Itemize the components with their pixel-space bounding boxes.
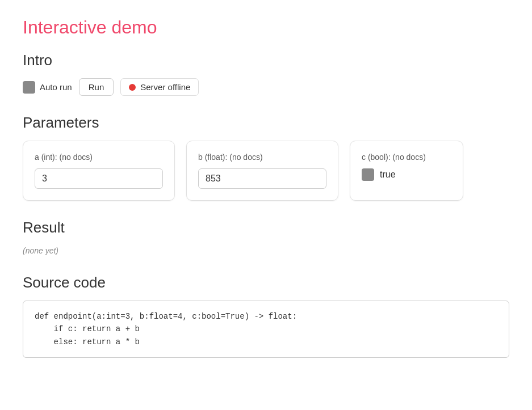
param-c-value: true bbox=[380, 170, 396, 180]
param-card-a: a (int): (no docs) bbox=[23, 141, 175, 201]
auto-run-label: Auto run bbox=[40, 82, 72, 92]
auto-run-container: Auto run bbox=[23, 81, 72, 94]
server-offline-dot bbox=[129, 84, 136, 91]
page-title: Interactive demo bbox=[23, 17, 509, 38]
server-status-badge: Server offline bbox=[120, 78, 199, 96]
parameters-grid: a (int): (no docs) b (float): (no docs) … bbox=[23, 141, 509, 201]
source-code-section: Source code def endpoint(a:int=3, b:floa… bbox=[23, 274, 509, 358]
source-code-block: def endpoint(a:int=3, b:float=4, c:bool=… bbox=[23, 301, 509, 358]
param-card-c: c (bool): (no docs) true bbox=[350, 141, 463, 201]
param-b-label: b (float): (no docs) bbox=[198, 153, 326, 162]
server-status-text: Server offline bbox=[140, 82, 190, 92]
result-value: (none yet) bbox=[23, 246, 58, 255]
result-section: Result (none yet) bbox=[23, 219, 509, 256]
param-c-checkbox[interactable] bbox=[362, 168, 374, 181]
param-c-label: c (bool): (no docs) bbox=[362, 153, 451, 162]
intro-section-title: Intro bbox=[23, 52, 509, 69]
auto-run-checkbox[interactable] bbox=[23, 81, 35, 94]
parameters-section: Parameters a (int): (no docs) b (float):… bbox=[23, 114, 509, 201]
param-a-input[interactable] bbox=[35, 168, 163, 189]
parameters-section-title: Parameters bbox=[23, 114, 509, 132]
run-button[interactable]: Run bbox=[79, 78, 114, 96]
param-card-b: b (float): (no docs) bbox=[186, 141, 338, 201]
bool-container: true bbox=[362, 168, 451, 181]
result-section-title: Result bbox=[23, 219, 509, 236]
param-a-label: a (int): (no docs) bbox=[35, 153, 163, 162]
param-b-input[interactable] bbox=[198, 168, 326, 189]
controls-row: Auto run Run Server offline bbox=[23, 78, 509, 96]
source-code-title: Source code bbox=[23, 274, 509, 291]
